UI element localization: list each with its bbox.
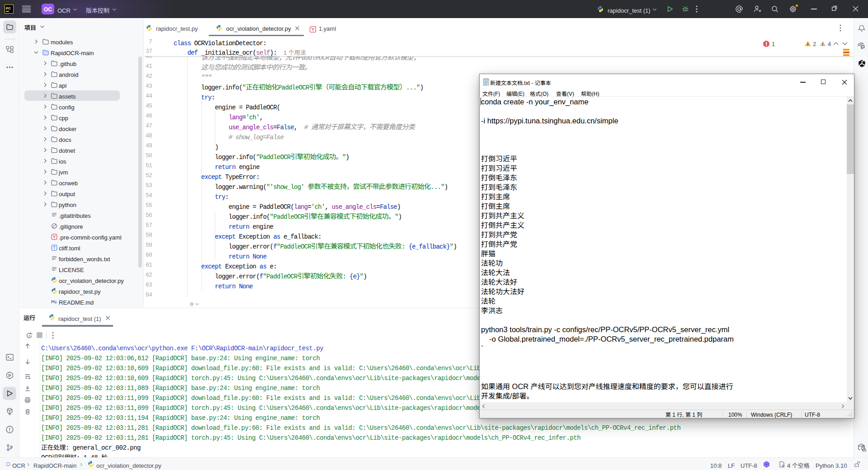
svg-text:1: 1	[772, 41, 775, 47]
svg-text:2: 2	[813, 41, 816, 47]
svg-text:4: 4	[828, 41, 831, 47]
